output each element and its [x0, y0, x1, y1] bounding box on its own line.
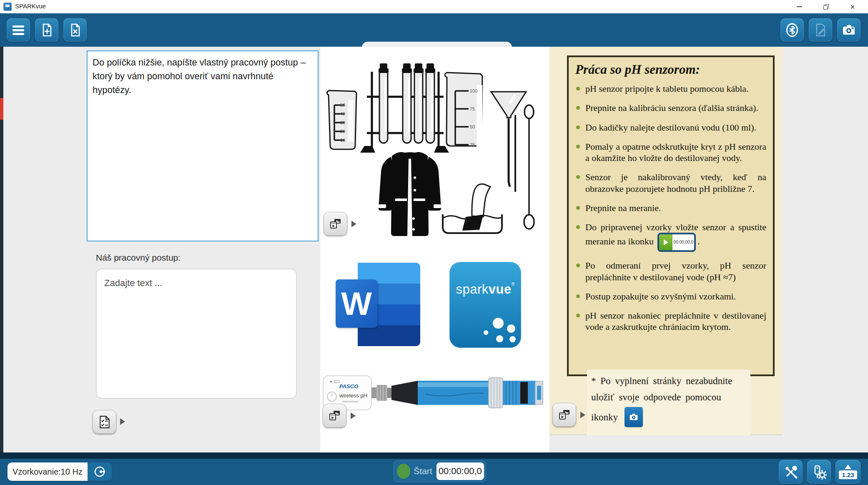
page-add-icon [39, 23, 54, 38]
media-icon [329, 410, 341, 422]
close-button[interactable]: × [843, 0, 862, 13]
bluetooth-button[interactable] [780, 18, 804, 42]
sampling-clock-icon [93, 465, 106, 478]
spark-dot [493, 318, 504, 329]
sampling-rate-label: Vzorkovanie:10 Hz [8, 462, 88, 481]
image-options-expand-icon[interactable] [351, 221, 356, 227]
edit-page-button[interactable] [809, 18, 832, 42]
image-options-button-panel[interactable] [552, 403, 576, 427]
ph-steps-list: pH senzor pripojte k tabletu pomocou káb… [574, 83, 766, 333]
camera-save-illustration [625, 407, 643, 427]
start-button-illustration: 00:00:00,0 [657, 233, 696, 252]
ph-step: pH senzor nakoniec prepláchnite v destil… [574, 310, 766, 333]
window-title: SPARKvue [15, 3, 46, 10]
text-options-expand-icon[interactable] [120, 418, 125, 425]
minimize-icon [797, 6, 802, 7]
media-icon [558, 409, 571, 421]
text-options-button[interactable] [93, 410, 116, 434]
new-page-button[interactable] [35, 18, 58, 42]
note-line: uložiť svoje odpovede pomocou [591, 389, 746, 405]
timer-display: 00:00:00,0 [437, 462, 484, 480]
page-edit-icon [813, 23, 828, 38]
start-control: Štart 00:00:00,0 [394, 460, 486, 482]
top-toolbar: ← 9: Pracovný postup → [0, 13, 868, 47]
svg-text:40: 40 [340, 111, 345, 116]
procedure-label: Náš pracovný postup: [96, 253, 181, 263]
ph-step: Senzor je nakalibrovaný vtedy, keď na ob… [574, 171, 766, 194]
image-options-button-sensor[interactable] [323, 404, 346, 427]
camera-icon [841, 23, 857, 38]
spark-dot [509, 336, 516, 342]
svg-text:25: 25 [470, 142, 475, 147]
lab-equipment-image: 50 40 30 20 10 [325, 53, 546, 241]
spark-dot [484, 330, 488, 335]
svg-text:PASCO: PASCO [339, 383, 358, 390]
maximize-button[interactable] [816, 0, 835, 13]
menu-button[interactable] [7, 18, 30, 42]
ph-step: Postup zopakujte so zvyšnými vzorkami. [574, 291, 766, 302]
ph-box-title: Práca so pH senzorom: [575, 62, 766, 77]
svg-text:100: 100 [470, 88, 477, 93]
svg-text:50: 50 [470, 124, 475, 129]
ph-step: pH senzor pripojte k tabletu pomocou káb… [574, 83, 766, 94]
word-letter: W [336, 279, 377, 328]
play-icon [659, 234, 672, 250]
ph-sensor-image: PASCO wireless pH [321, 368, 548, 418]
media-icon [329, 218, 342, 230]
sampling-options-section[interactable] [88, 462, 112, 481]
ph-step: Prepnite na kalibráciu senzora (ďalšia s… [574, 102, 766, 113]
instruction-textbox[interactable]: Do políčka nižšie, napíšte vlastný praco… [87, 50, 319, 241]
note-line: ikonky [591, 409, 618, 425]
sensor-config-button[interactable] [807, 460, 831, 484]
page-x-icon [68, 23, 83, 38]
image-options-expand-icon[interactable] [580, 412, 585, 418]
svg-text:50: 50 [340, 103, 345, 108]
minimize-button[interactable] [790, 0, 809, 13]
inline-timer: 00:00:00,0 [672, 234, 694, 250]
svg-text:20: 20 [340, 129, 345, 134]
digits-display-button[interactable]: 1.23 [835, 460, 860, 484]
ph-step-with-image: Do pripravenej vzorky vložte senzor a sp… [574, 221, 766, 252]
ph-step: Do kadičky nalejte destilovanú vodu (100… [574, 122, 766, 133]
bluetooth-icon [784, 23, 800, 38]
procedure-input[interactable] [96, 269, 297, 399]
save-reminder-note: * Po vyplnení stránky nezabudnite uložiť… [587, 369, 750, 435]
ph-step: Pomaly a opatrne odskrutkujte kryt z pH … [574, 141, 766, 164]
svg-text:10: 10 [340, 138, 345, 143]
hamburger-icon [11, 23, 25, 37]
tools-icon [783, 465, 798, 480]
sparkvue-logo-text: sparkvue® [449, 282, 521, 297]
image-options-expand-icon[interactable] [351, 412, 356, 419]
experiment-tools-button[interactable] [779, 460, 803, 484]
ph-step: Prepnite na meranie. [574, 202, 766, 214]
snapshot-button[interactable] [837, 18, 860, 42]
svg-text:30: 30 [340, 120, 345, 125]
close-icon: × [850, 3, 855, 11]
checklist-icon [98, 415, 111, 429]
spark-dot [496, 335, 503, 342]
start-label: Štart [414, 466, 432, 476]
app-icon [3, 3, 12, 11]
image-options-button-lab[interactable] [324, 212, 347, 236]
svg-text:75: 75 [470, 106, 475, 111]
sensor-gear-icon [812, 465, 827, 480]
sampling-rate-control[interactable]: Vzorkovanie:10 Hz [8, 462, 112, 481]
triangle-up-icon [845, 465, 851, 469]
svg-text:wireless pH: wireless pH [339, 392, 367, 399]
ph-step: Po odmeraní prvej vzorky, pH senzor prep… [574, 260, 766, 283]
camera-icon [628, 412, 639, 422]
ph-instructions-box: Práca so pH senzorom: pH senzor pripojte… [567, 55, 775, 376]
side-strip-marker [0, 98, 3, 120]
export-button[interactable] [63, 18, 87, 42]
note-line: * Po vyplnení stránky nezabudnite [591, 373, 746, 389]
title-bar: SPARKvue × [0, 0, 868, 14]
digits-value: 1.23 [839, 470, 857, 479]
word-app-icon: W [336, 261, 423, 349]
restore-icon [823, 4, 828, 9]
spark-dot [507, 324, 515, 333]
sparkvue-app-icon: sparkvue® [449, 262, 521, 348]
sparkvue-window: SPARKvue × ← [0, 0, 868, 485]
bottom-divider [0, 452, 868, 459]
instructions-panel: Práca so pH senzorom: pH senzor pripojte… [549, 47, 783, 435]
start-button[interactable] [397, 464, 410, 479]
